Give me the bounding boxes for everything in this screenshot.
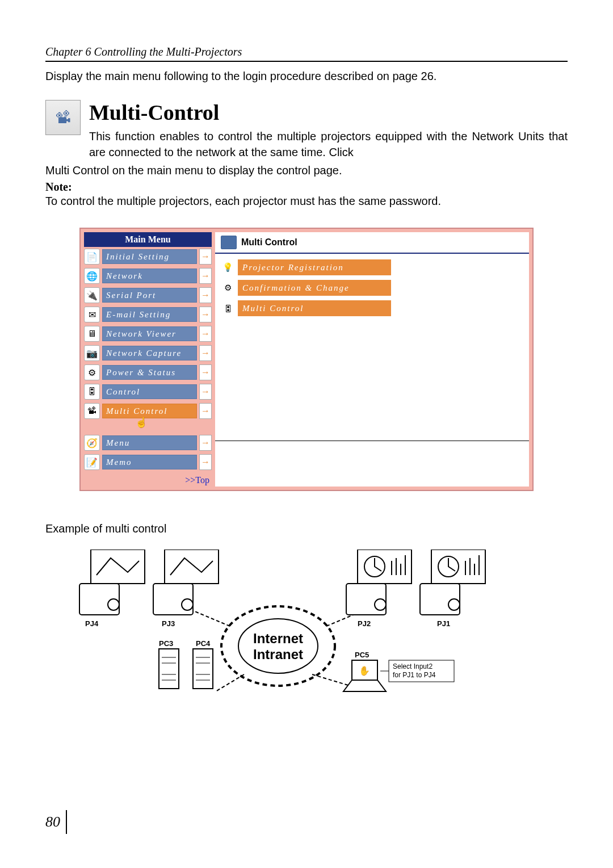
arrow-right-icon: → (199, 454, 212, 470)
menu-label: Control (102, 384, 197, 399)
pc5: ✋ (343, 660, 386, 691)
multi-control-header-title: Multi Control (241, 237, 297, 248)
menu-icon: 🧭 (84, 435, 100, 451)
menu-label: Menu (102, 435, 197, 450)
section-body-rest: on the main menu to display the control … (109, 164, 342, 177)
menu-icon: 🔌 (84, 287, 100, 303)
arrow-right-icon: → (199, 268, 212, 284)
label-pc3: PC3 (159, 639, 173, 648)
ui-screenshot: Main Menu 📄Initial Setting→🌐Network→🔌Ser… (79, 228, 534, 491)
menu-icon: 📷 (84, 345, 100, 361)
svg-point-1 (238, 619, 318, 673)
section-title: Multi-Control (89, 100, 568, 125)
menu-label: E-mail Setting (102, 307, 197, 322)
arrow-right-icon: → (199, 435, 212, 451)
section-body-bold: Multi Control (45, 164, 109, 177)
sub-icon: 💡 (221, 261, 234, 274)
svg-rect-21 (193, 649, 213, 689)
note-label: Note: (45, 181, 568, 194)
multi-control-icon: 📽 (45, 100, 81, 135)
menu-item-control[interactable]: 🎛Control→ (84, 382, 212, 401)
main-menu-panel: Main Menu 📄Initial Setting→🌐Network→🔌Ser… (84, 232, 212, 487)
sub-icon: ⚙ (221, 281, 234, 295)
menu-label: Power & Status (102, 365, 197, 380)
menu-icon: 🎛 (84, 384, 100, 400)
arrow-right-icon: → (199, 307, 212, 322)
arrow-right-icon: → (199, 249, 212, 265)
menu-item-network-viewer[interactable]: 🖥Network Viewer→ (84, 324, 212, 343)
menu-label: Network (102, 269, 197, 283)
arrow-right-icon: → (199, 345, 212, 361)
menu-icon: 📽 (84, 403, 100, 419)
label-pj4: PJ4 (85, 619, 99, 628)
label-pc5: PC5 (355, 651, 369, 659)
diagram-note-1: Select Input2 (393, 662, 433, 670)
svg-point-6 (182, 599, 193, 610)
menu-item-power-status[interactable]: ⚙Power & Status→ (84, 363, 212, 382)
svg-point-13 (448, 599, 460, 610)
menu-item-network-capture[interactable]: 📷Network Capture→ (84, 343, 212, 363)
diagram-note-2: for PJ1 to PJ4 (393, 671, 436, 679)
menu-item-menu[interactable]: 🧭Menu→ (84, 433, 212, 452)
menu-item-serial-port[interactable]: 🔌Serial Port→ (84, 286, 212, 305)
sub-label: Confirmation & Change (238, 280, 391, 296)
projector-pj2 (346, 550, 412, 615)
arrow-right-icon: → (199, 287, 212, 303)
menu-label: Network Capture (102, 346, 197, 360)
menu-icon: 🖥 (84, 326, 100, 342)
arrow-right-icon: → (199, 384, 212, 400)
pc4 (193, 649, 213, 689)
menu-item-initial-setting[interactable]: 📄Initial Setting→ (84, 247, 212, 266)
menu-label: Serial Port (102, 288, 197, 303)
section-body-first: This function enables to control the mul… (89, 128, 568, 160)
projector-pj1 (420, 550, 485, 615)
svg-rect-4 (91, 550, 145, 584)
sub-item-multi-control[interactable]: 🎛Multi Control (221, 298, 523, 318)
svg-rect-16 (159, 649, 179, 689)
menu-label: Memo (102, 455, 197, 469)
arrow-right-icon: → (199, 364, 212, 380)
pc3 (159, 649, 179, 689)
menu-icon: 📄 (84, 249, 100, 265)
network-diagram: Internet Intranet PJ4 PJ3 (74, 550, 539, 708)
svg-point-3 (108, 599, 119, 610)
projector-pj3 (153, 550, 219, 615)
multi-control-header-icon (221, 236, 237, 249)
menu-item-memo[interactable]: 📝Memo→ (84, 452, 212, 472)
menu-icon: 📝 (84, 454, 100, 470)
menu-label: Network Viewer (102, 326, 197, 341)
svg-point-9 (375, 599, 386, 610)
sub-item-projector-registration[interactable]: 💡Projector Registration (221, 257, 523, 278)
note-text: To control the multiple projectors, each… (45, 195, 568, 208)
top-link[interactable]: >>Top (84, 472, 212, 487)
projector-pj4 (79, 550, 145, 615)
menu-item-network[interactable]: 🌐Network→ (84, 266, 212, 286)
label-pc4: PC4 (196, 639, 211, 648)
cursor-icon: ☝ (135, 416, 263, 429)
label-pj1: PJ1 (437, 619, 450, 628)
arrow-right-icon: → (199, 326, 212, 342)
svg-rect-7 (165, 550, 219, 584)
multi-control-panel: Multi Control 💡Projector Registration⚙Co… (215, 232, 529, 487)
diagram-center-1: Internet (253, 631, 303, 646)
sub-label: Multi Control (238, 300, 391, 316)
label-pj3: PJ3 (162, 619, 175, 628)
sub-label: Projector Registration (238, 259, 391, 275)
diagram-center-2: Intranet (253, 647, 303, 662)
page-number: 80 (45, 810, 67, 834)
example-caption: Example of multi control (45, 522, 568, 535)
menu-icon: ⚙ (84, 364, 100, 380)
intro-text: Display the main menu following to the l… (45, 70, 568, 83)
menu-icon: 🌐 (84, 268, 100, 284)
chapter-header: Chapter 6 Controlling the Multi-Projecto… (45, 45, 568, 62)
main-menu-title: Main Menu (84, 232, 212, 247)
menu-label: Initial Setting (102, 249, 197, 264)
menu-item-e-mail-setting[interactable]: ✉E-mail Setting→ (84, 305, 212, 324)
label-pj2: PJ2 (358, 619, 371, 628)
sub-item-confirmation-change[interactable]: ⚙Confirmation & Change (221, 278, 523, 298)
menu-icon: ✉ (84, 307, 100, 322)
sub-icon: 🎛 (221, 301, 234, 315)
svg-text:✋: ✋ (359, 665, 370, 676)
